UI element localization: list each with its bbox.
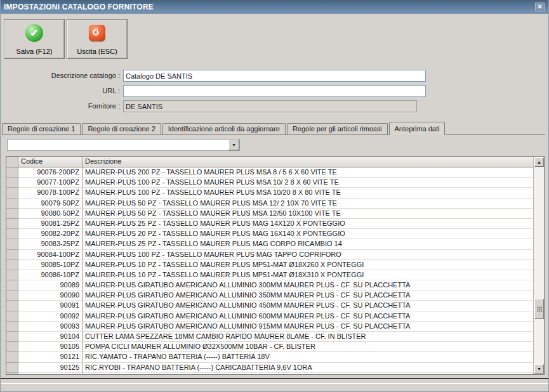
exit-button-label: Uscita (ESC)	[77, 48, 117, 55]
power-ring	[93, 29, 99, 36]
cell-descrizione: MAURER-PLUS 50 PZ - TASSELLO MAURER PLUS…	[83, 209, 533, 219]
tab-regole-per-gli-articoli-rimossi[interactable]: Regole per gli articoli rimossi	[287, 123, 388, 134]
cell-codice: 90089	[18, 280, 83, 291]
cell-descrizione: MAURER-PLUS 100 PZ - TASSELLO MAURER PLU…	[83, 178, 533, 188]
table-row[interactable]: 90093 MAURER-PLUS GIRATUBO AMERICANO ALL…	[6, 322, 533, 332]
cell-codice: 90077-100PZ	[18, 178, 83, 188]
cell-descrizione: MAURER-PLUS GIRATUBO AMERICANO ALLUMINIO…	[83, 322, 533, 332]
row-selector[interactable]	[6, 291, 18, 301]
table-row[interactable]: 90082-20PZ MAURER-PLUS 20 PZ - TASSELLO …	[6, 229, 533, 239]
row-selector[interactable]	[6, 260, 18, 270]
cell-descrizione: MAURER-PLUS GIRATUBO AMERICANO ALLUMINIO…	[83, 291, 533, 301]
table-row[interactable]: 90104 CUTTER LAMA SPEZZARE 18MM CAMBIO R…	[6, 332, 533, 342]
chevron-down-icon[interactable]: ▼	[228, 140, 239, 150]
scrollbar-thumb[interactable]	[534, 299, 544, 319]
close-button[interactable]: ✕	[535, 3, 545, 11]
row-selector[interactable]	[6, 229, 18, 239]
url-input[interactable]	[123, 85, 426, 97]
table-row[interactable]: 90083-25PZ MAURER-PLUS 25 PZ - TASSELLO …	[6, 239, 533, 249]
row-selector[interactable]	[6, 188, 18, 198]
table-row[interactable]: 90076-200PZ MAURER-PLUS 200 PZ - TASSELL…	[6, 167, 533, 178]
table-row[interactable]: 90125 RIC.RYOBI - TRAPANO BATTERIA (----…	[6, 363, 533, 373]
cell-codice: 90104	[18, 332, 83, 342]
row-selector[interactable]	[6, 219, 18, 229]
row-selector[interactable]	[6, 373, 18, 374]
cell-codice: 90083-25PZ	[18, 239, 83, 249]
cell-codice: 90078-100PZ	[18, 188, 83, 198]
table-row[interactable]: 90091 MAURER-PLUS GIRATUBO AMERICANO ALL…	[6, 301, 533, 311]
titlebar[interactable]: IMPOSTAZIONI CATALOGO FORNITORE ✕	[1, 0, 548, 14]
check-circle-icon: ✔	[25, 24, 43, 42]
table-row[interactable]: 90081-25PZ MAURER-PLUS 25 PZ - TASSELLO …	[6, 219, 533, 229]
settings-window: IMPOSTAZIONI CATALOGO FORNITORE ✕ ✔ Salv…	[0, 0, 549, 392]
cell-descrizione: MAURER-PLUS 200 PZ - TASSELLO MAURER PLU…	[83, 167, 533, 178]
row-selector[interactable]	[6, 280, 18, 291]
row-selector[interactable]	[6, 342, 18, 352]
tab-regole-di-creazione-1[interactable]: Regole di creazione 1	[2, 123, 81, 134]
table-row[interactable]: 90077-100PZ MAURER-PLUS 100 PZ - TASSELL…	[6, 178, 533, 188]
cell-descrizione: MAURER-PLUS GIRATUBO AMERICANO ALLUMINIO…	[83, 311, 533, 322]
descrizione-catalogo-label: Descrizione catalogo :	[1, 70, 120, 82]
scroll-down-icon[interactable]: ▼	[534, 364, 544, 374]
row-selector[interactable]	[6, 209, 18, 219]
preview-filter-combo-input[interactable]	[7, 139, 240, 151]
cell-codice: 90086-10PZ	[18, 270, 83, 280]
power-bar	[96, 28, 98, 33]
cell-descrizione: MAURER-PLUS GIRATUBO AMERICANO ALLUMINIO…	[83, 280, 533, 291]
table-row[interactable]: 90090 MAURER-PLUS GIRATUBO AMERICANO ALL…	[6, 291, 533, 301]
row-selector[interactable]	[6, 239, 18, 249]
row-selector[interactable]	[6, 301, 18, 311]
fornitore-label: Fornitore :	[1, 100, 120, 112]
row-selector[interactable]	[6, 250, 18, 260]
table-row[interactable]: 90084-100PZ MAURER-PLUS 100 PZ - TASSELL…	[6, 250, 533, 260]
table-row[interactable]: 90105 POMPA CICLI MAURER ALLUMINIO Ø32X5…	[6, 342, 533, 352]
column-header-codice[interactable]: Codice	[18, 157, 83, 167]
table-body: 90076-200PZ MAURER-PLUS 200 PZ - TASSELL…	[6, 167, 533, 374]
table-row[interactable]: 90086-10PZ MAURER-PLUS 10 PZ - TASSELLO …	[6, 270, 533, 280]
table-row[interactable]	[6, 373, 533, 374]
window-title: IMPOSTAZIONI CATALOGO FORNITORE	[1, 3, 154, 11]
power-icon	[89, 25, 105, 41]
cell-descrizione: MAURER-PLUS 10 PZ - TASSELLO MAURER PLUS…	[83, 270, 533, 280]
tab-strip: Regole di creazione 1Regole di creazione…	[2, 122, 545, 135]
vertical-scrollbar[interactable]: ▲ ▼	[533, 157, 544, 374]
bottom-separator-highlight	[1, 379, 548, 380]
cell-codice: 90079-50PZ	[18, 199, 83, 209]
row-selector[interactable]	[6, 167, 18, 178]
save-button[interactable]: ✔ Salva (F12)	[4, 19, 65, 59]
cell-codice: 90084-100PZ	[18, 250, 83, 260]
row-selector[interactable]	[6, 270, 18, 280]
table-row[interactable]: 90092 MAURER-PLUS GIRATUBO AMERICANO ALL…	[6, 311, 533, 322]
cell-descrizione: CUTTER LAMA SPEZZARE 18MM CAMBIO RAPIDO …	[83, 332, 533, 342]
cell-descrizione: RIC.YAMATO - TRAPANO BATTERIA (-----) BA…	[83, 352, 533, 362]
cell-codice: 90076-200PZ	[18, 167, 83, 178]
exit-button[interactable]: Uscita (ESC)	[67, 19, 128, 59]
close-icon: ✕	[537, 3, 542, 10]
table-row[interactable]: 90078-100PZ MAURER-PLUS 100 PZ - TASSELL…	[6, 188, 533, 198]
column-header-descrizione[interactable]: Descrizione	[83, 157, 533, 167]
table-row[interactable]: 90079-50PZ MAURER-PLUS 50 PZ - TASSELLO …	[6, 199, 533, 209]
row-selector[interactable]	[6, 178, 18, 188]
table-row[interactable]: 90089 MAURER-PLUS GIRATUBO AMERICANO ALL…	[6, 280, 533, 291]
descrizione-catalogo-input[interactable]	[123, 70, 426, 82]
preview-filter-combo[interactable]: ▼	[7, 139, 240, 151]
tab-identificazione-articoli-da-aggiornare[interactable]: Identificazione articoli da aggiornare	[162, 123, 286, 134]
tab-anteprima-dati[interactable]: Anteprima dati	[389, 122, 446, 135]
row-selector[interactable]	[6, 322, 18, 332]
cell-codice: 90091	[18, 301, 83, 311]
cell-codice	[18, 373, 83, 374]
row-selector[interactable]	[6, 363, 18, 373]
row-selector[interactable]	[6, 311, 18, 322]
cell-descrizione: RIC.RYOBI - TRAPANO BATTERIA (-----) CAR…	[83, 363, 533, 373]
row-selector[interactable]	[6, 352, 18, 362]
cell-codice: 90080-50PZ	[18, 209, 83, 219]
table-row[interactable]: 90121 RIC.YAMATO - TRAPANO BATTERIA (---…	[6, 352, 533, 362]
table-row[interactable]: 90080-50PZ MAURER-PLUS 50 PZ - TASSELLO …	[6, 209, 533, 219]
cell-descrizione: MAURER-PLUS 10 PZ - TASSELLO MAURER PLUS…	[83, 260, 533, 270]
table-row[interactable]: 90085-10PZ MAURER-PLUS 10 PZ - TASSELLO …	[6, 260, 533, 270]
tab-regole-di-creazione-2[interactable]: Regole di creazione 2	[82, 123, 161, 134]
scroll-up-icon[interactable]: ▲	[534, 157, 544, 167]
row-selector[interactable]	[6, 199, 18, 209]
row-selector[interactable]	[6, 332, 18, 342]
save-button-label: Salva (F12)	[17, 48, 53, 55]
